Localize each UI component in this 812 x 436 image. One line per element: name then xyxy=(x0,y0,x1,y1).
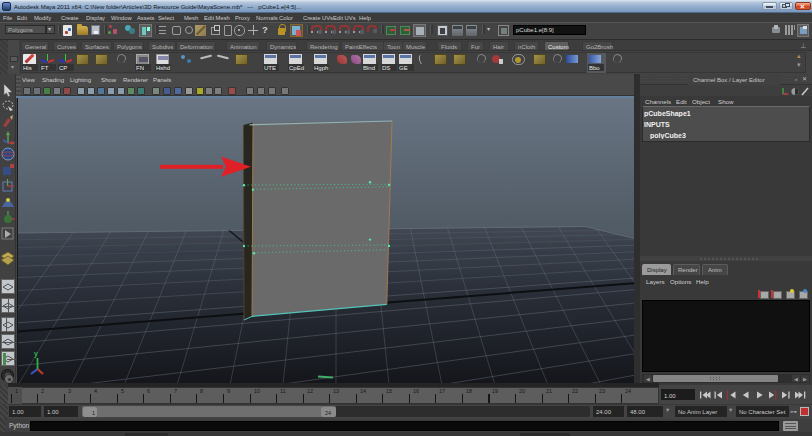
svg-text:y: y xyxy=(34,350,38,358)
